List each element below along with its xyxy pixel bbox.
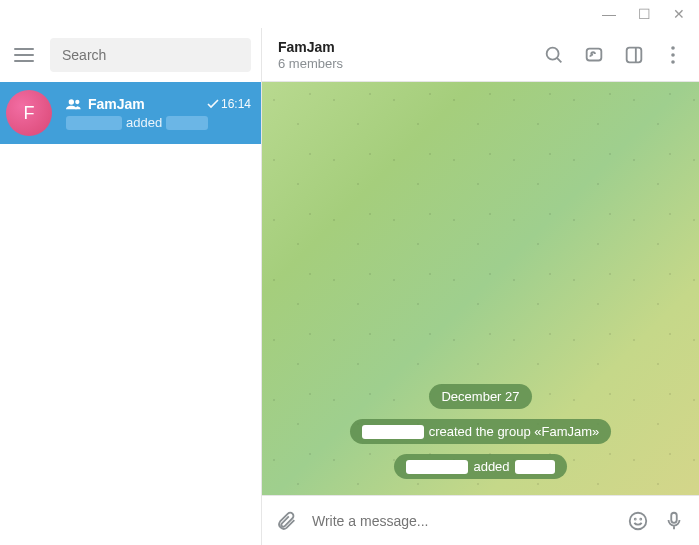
svg-line-3 — [557, 57, 561, 61]
check-icon — [207, 99, 219, 109]
window-close[interactable]: ✕ — [673, 6, 685, 22]
svg-point-7 — [671, 46, 675, 50]
live-stream-icon[interactable] — [583, 44, 605, 66]
chat-item-info: FamJam 16:14 added — [66, 96, 251, 130]
service-message-created: created the group «FamJam» — [350, 419, 612, 444]
avatar: F — [6, 90, 52, 136]
chat-item-name: FamJam — [66, 96, 145, 112]
redacted-name — [66, 116, 122, 130]
sidebar: F FamJam 16:14 added — [0, 28, 262, 545]
more-icon[interactable] — [663, 44, 683, 66]
search-icon[interactable] — [543, 44, 565, 66]
chat-title: FamJam — [278, 39, 543, 55]
sidebar-header — [0, 28, 261, 82]
svg-rect-4 — [587, 48, 602, 60]
window-minimize[interactable]: — — [602, 6, 616, 22]
window-maximize[interactable]: ☐ — [638, 6, 651, 22]
svg-point-12 — [640, 518, 641, 519]
svg-point-0 — [69, 99, 74, 104]
message-input[interactable] — [312, 513, 613, 529]
group-icon — [66, 98, 82, 110]
redacted-name — [362, 425, 424, 439]
window-titlebar: — ☐ ✕ — [0, 0, 699, 28]
chat-header-actions — [543, 44, 683, 66]
main-layout: F FamJam 16:14 added — [0, 28, 699, 545]
chat-subtitle: 6 members — [278, 56, 543, 71]
chat-header: FamJam 6 members — [262, 28, 699, 82]
search-input[interactable] — [50, 38, 251, 72]
svg-point-9 — [671, 60, 675, 64]
chat-item-preview: added — [66, 115, 251, 130]
svg-point-2 — [547, 47, 559, 59]
svg-point-1 — [75, 100, 79, 104]
svg-point-11 — [635, 518, 636, 519]
menu-button[interactable] — [10, 41, 38, 69]
side-panel-icon[interactable] — [623, 44, 645, 66]
service-message-added: added — [394, 454, 566, 479]
message-composer — [262, 495, 699, 545]
svg-point-8 — [671, 53, 675, 57]
svg-rect-13 — [671, 512, 677, 522]
attach-icon[interactable] — [276, 510, 298, 532]
redacted-name — [515, 460, 555, 474]
svg-point-10 — [630, 512, 647, 529]
date-separator: December 27 — [429, 384, 531, 409]
chat-list-item[interactable]: F FamJam 16:14 added — [0, 82, 261, 144]
redacted-name — [406, 460, 468, 474]
redacted-name — [166, 116, 208, 130]
chat-item-time: 16:14 — [207, 97, 251, 111]
chat-messages[interactable]: December 27 created the group «FamJam» a… — [262, 82, 699, 495]
svg-rect-5 — [627, 47, 642, 62]
chat-panel: FamJam 6 members December 27 — [262, 28, 699, 545]
chat-header-info[interactable]: FamJam 6 members — [278, 39, 543, 71]
emoji-icon[interactable] — [627, 510, 649, 532]
voice-icon[interactable] — [663, 510, 685, 532]
